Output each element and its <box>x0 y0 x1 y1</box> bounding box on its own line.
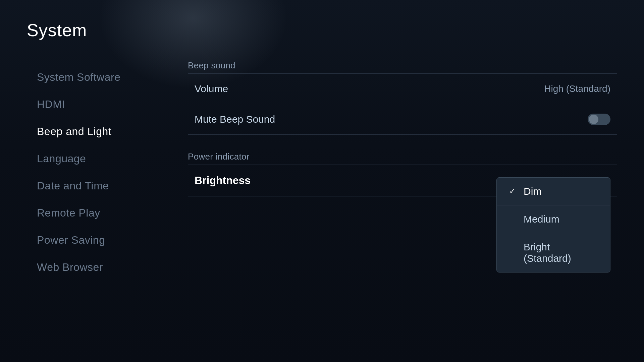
brightness-row[interactable]: Brightness ✓ Dim <box>188 165 617 196</box>
power-indicator-section: Power indicator Brightness ✓ Dim <box>188 152 617 196</box>
dropdown-option-bright-standard[interactable]: Bright (Standard) <box>497 233 610 272</box>
volume-label: Volume <box>195 83 228 95</box>
dropdown-option-bright-standard-label: Bright (Standard) <box>524 241 599 264</box>
beep-sound-section: Beep sound Volume High (Standard) Mute B… <box>188 60 617 135</box>
dropdown-option-medium[interactable]: Medium <box>497 205 610 233</box>
sidebar-item-hdmi[interactable]: HDMI <box>27 91 168 118</box>
no-check-placeholder <box>507 215 517 224</box>
sidebar-item-remote-play[interactable]: Remote Play <box>27 199 168 227</box>
sidebar-item-web-browser[interactable]: Web Browser <box>27 254 168 281</box>
dropdown-option-medium-label: Medium <box>524 214 559 225</box>
brightness-label: Brightness <box>195 174 251 187</box>
power-indicator-settings-list: Brightness ✓ Dim <box>188 165 617 196</box>
dropdown-option-dim[interactable]: ✓ Dim <box>497 178 610 205</box>
beep-sound-label: Beep sound <box>188 60 617 71</box>
sidebar-item-power-saving[interactable]: Power Saving <box>27 227 168 254</box>
sidebar: System Software HDMI Beep and Light Lang… <box>27 60 168 342</box>
dropdown-option-dim-label: Dim <box>524 186 541 197</box>
page-title: System <box>27 20 617 40</box>
sidebar-item-system-software[interactable]: System Software <box>27 64 168 91</box>
main-content: Beep sound Volume High (Standard) Mute B… <box>168 60 617 342</box>
volume-value: High (Standard) <box>544 83 610 94</box>
brightness-dropdown-menu[interactable]: ✓ Dim Medium <box>496 177 610 273</box>
mute-beep-toggle[interactable] <box>588 114 610 125</box>
mute-beep-row[interactable]: Mute Beep Sound <box>188 104 617 135</box>
no-check-placeholder-2 <box>507 248 517 257</box>
sidebar-item-language[interactable]: Language <box>27 145 168 172</box>
checkmark-icon: ✓ <box>507 187 517 196</box>
sidebar-item-beep-and-light[interactable]: Beep and Light <box>27 118 168 145</box>
beep-sound-settings-list: Volume High (Standard) Mute Beep Sound <box>188 73 617 135</box>
volume-row[interactable]: Volume High (Standard) <box>188 74 617 104</box>
sidebar-item-date-and-time[interactable]: Date and Time <box>27 172 168 199</box>
mute-beep-label: Mute Beep Sound <box>195 114 275 125</box>
toggle-knob <box>589 115 598 124</box>
power-indicator-label: Power indicator <box>188 152 617 162</box>
